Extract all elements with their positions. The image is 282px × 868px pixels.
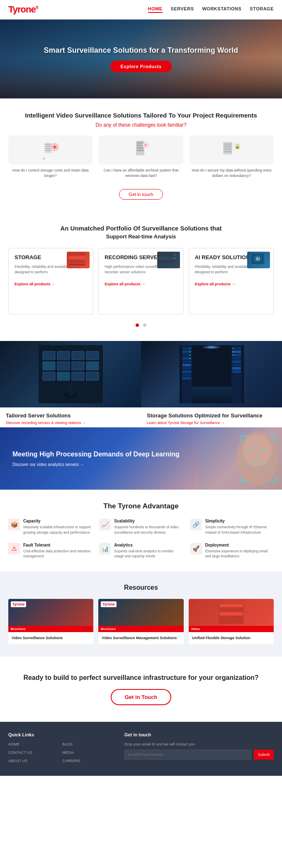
svg-rect-27 [159, 254, 176, 256]
footer-link-contact[interactable]: CONTACT US [8, 750, 54, 755]
recording-card-link[interactable]: Explore all products → [105, 282, 145, 286]
svg-rect-62 [182, 367, 191, 370]
portfolio-card-recording: RECORDING SERVERS High performance video… [98, 248, 183, 314]
scalability-title: Scalability [114, 519, 182, 523]
server-solutions-title: Tailored Server Solutions [6, 412, 135, 419]
svg-rect-37 [43, 351, 55, 360]
svg-rect-74 [232, 360, 241, 363]
advantage-title: The Tyrone Advantage [8, 502, 274, 510]
advantage-grid: 📦 Capacity Massively scalable infrastruc… [8, 519, 274, 559]
dl-title: Meeting High Processing Demands of Deep … [12, 450, 180, 459]
svg-rect-81 [192, 387, 231, 403]
svg-rect-24 [69, 256, 85, 259]
challenge-img-1: $ [8, 135, 92, 164]
hero-content: Smart Surveillance Solutions for a Trans… [27, 46, 255, 72]
challenges-grid: $ How do I control storage costs and ret… [8, 135, 274, 178]
footer-contact-desc: Drop your email ID and we will contact y… [124, 742, 274, 746]
resource-card-2[interactable]: Tyrone Brochure Video Surveillance Manag… [98, 599, 183, 644]
nav-home[interactable]: HOME [148, 6, 163, 13]
challenges-title: Intelligent Video Surveillance Solutions… [8, 111, 274, 120]
svg-rect-41 [86, 351, 99, 360]
footer-link-careers[interactable]: CAREERS [62, 759, 108, 763]
ai-card-link[interactable]: Explore all products → [195, 282, 236, 286]
nav-storage[interactable]: STORAGE [250, 6, 274, 13]
ai-card-image: AI [247, 252, 270, 268]
storage-card-link[interactable]: Explore all products → [15, 282, 55, 286]
svg-rect-3 [45, 148, 51, 149]
explore-products-button[interactable]: Explore Products [110, 61, 171, 72]
challenge-text-3: How do I secure my data without spending… [190, 168, 274, 178]
advantage-capacity-text: Capacity Massively scalable infrastructu… [23, 519, 92, 535]
resource-card-3[interactable]: opslag Video Unified Flexible Storage So… [189, 599, 274, 644]
svg-point-52 [68, 382, 73, 387]
nav-servers[interactable]: SERVERS [171, 6, 194, 13]
svg-point-98 [256, 468, 258, 470]
capacity-desc: Massively scalable infrastructure to sup… [23, 525, 92, 535]
advantage-scalability: 📈 Scalability Supports hundreds or thous… [99, 519, 182, 535]
dl-link[interactable]: Discover our video analytics servers → [12, 462, 180, 467]
resources-section: Resources Tyrone Brochure Video Surveill… [0, 571, 282, 657]
challenge-item-2: ? Can I have an affordable archival syst… [99, 135, 183, 178]
footer-submit-button[interactable]: Submit [254, 750, 274, 760]
cta-title: Ready to build to perfect surveillance i… [8, 673, 274, 682]
svg-rect-73 [232, 357, 241, 360]
advantage-fault-tolerant-text: Fault Tolerant Cost-effective data prote… [23, 543, 92, 559]
resource-title-3: Unified Flexible Storage Solution [189, 632, 274, 644]
footer-quick-links: Quick Links HOME BLOG CONTACT US MEDIA A… [8, 732, 108, 765]
portfolio-cards: STORAGE Flexibility, reliability and ava… [8, 248, 274, 314]
advantage-deployment: 🚀 Deployment Extensive experience in dep… [190, 543, 274, 559]
carousel-dots [8, 321, 274, 329]
svg-rect-18 [224, 146, 231, 147]
footer-grid: Quick Links HOME BLOG CONTACT US MEDIA A… [8, 732, 274, 765]
svg-rect-11 [137, 145, 143, 146]
cta-button[interactable]: Get in Touch [111, 689, 171, 705]
resource-img-3: opslag Video [189, 599, 274, 632]
svg-rect-101 [219, 608, 243, 611]
hero-section: Smart Surveillance Solutions for a Trans… [0, 20, 282, 98]
analytics-title: Analytics [114, 543, 182, 547]
server-solutions-link[interactable]: Discover recording servers & viewing sta… [6, 421, 135, 425]
carousel-dot-1[interactable] [136, 324, 139, 327]
storage-solutions-link[interactable]: Learn about Tyrone Storage for Surveilla… [147, 421, 276, 425]
svg-rect-64 [182, 374, 191, 376]
svg-rect-40 [72, 351, 84, 360]
svg-rect-61 [182, 364, 191, 366]
svg-rect-63 [182, 370, 191, 373]
portfolio-title-line1: An Unmatched Portfolio Of Surveillance S… [8, 225, 274, 232]
svg-rect-49 [86, 372, 99, 380]
server-solutions-block: Tailored Server Solutions Discover recor… [0, 341, 141, 427]
advantage-fault-tolerant: ⚠ Fault Tolerant Cost-effective data pro… [8, 543, 92, 559]
storage-card-image [67, 252, 90, 268]
footer-link-about[interactable]: ABOUT US [8, 759, 54, 763]
scalability-desc: Supports hundreds or thousands of video … [114, 525, 182, 535]
resource-card-1[interactable]: Tyrone Brochure Video Surveillance Solut… [8, 599, 93, 644]
svg-rect-10 [137, 142, 143, 144]
challenges-cta-button[interactable]: Get in touch [119, 189, 163, 200]
nav-workstations[interactable]: WORKSTATIONS [202, 6, 241, 13]
svg-rect-75 [232, 364, 241, 366]
footer-link-home[interactable]: HOME [8, 742, 54, 746]
logo-trademark: ® [36, 5, 38, 10]
footer-form: Submit [124, 750, 274, 760]
svg-rect-20 [224, 151, 231, 152]
challenge-text-1: How do I control storage costs and retai… [8, 168, 92, 178]
svg-point-94 [263, 448, 264, 450]
resource-title-2: Video Surveillance Management Solutions [98, 632, 183, 644]
svg-point-93 [248, 449, 250, 451]
carousel-dot-2[interactable] [143, 324, 146, 327]
portfolio-card-ai: AI AI READY SOLUTIONS Flexibility, relia… [189, 248, 274, 314]
server-solutions-caption: Tailored Server Solutions Discover recor… [0, 407, 141, 427]
footer-quick-links-title: Quick Links [8, 732, 108, 737]
footer-email-input[interactable] [124, 750, 251, 760]
svg-rect-1 [45, 144, 51, 145]
logo[interactable]: Tyrone® [8, 4, 38, 15]
two-images-section: Tailored Server Solutions Discover recor… [0, 341, 282, 427]
challenges-subtitle: Do any of these challenges look familiar… [8, 122, 274, 128]
footer-links-grid: HOME BLOG CONTACT US MEDIA ABOUT US CARE… [8, 742, 108, 765]
svg-rect-47 [57, 372, 70, 380]
svg-rect-77 [232, 370, 241, 373]
analytics-desc: Superior real-time analytics to monitor … [114, 549, 182, 559]
footer-link-blog[interactable]: BLOG [62, 742, 108, 746]
svg-text:?: ? [144, 143, 146, 147]
footer-link-media[interactable]: MEDIA [62, 750, 108, 755]
